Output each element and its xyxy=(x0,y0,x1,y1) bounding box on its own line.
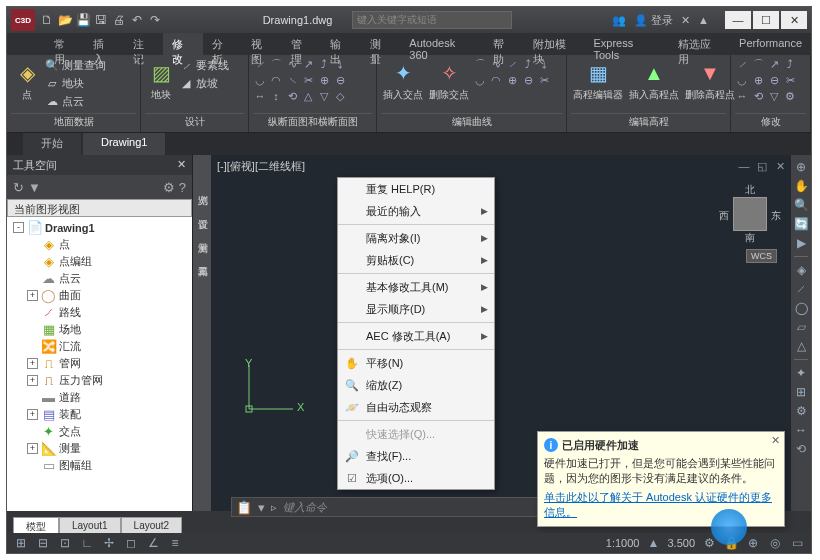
lweight-icon[interactable]: ≡ xyxy=(167,535,183,551)
minimize-button[interactable]: — xyxy=(725,11,751,29)
menu-item[interactable]: 🔎查找(F)... xyxy=(338,445,494,467)
delete-elev-button[interactable]: ▼删除高程点 xyxy=(683,57,737,104)
viewcube-top[interactable] xyxy=(733,197,767,231)
tree-row[interactable]: ✦交点 xyxy=(9,423,190,440)
tool4-icon[interactable]: ▱ xyxy=(793,319,809,335)
menu-item[interactable]: 🔍缩放(Z) xyxy=(338,374,494,396)
viewport-label[interactable]: [-][俯视][二维线框] xyxy=(217,159,305,174)
tab-output[interactable]: 输出 xyxy=(321,33,360,55)
tool9-icon[interactable]: ↔ xyxy=(793,422,809,438)
tab-annotate[interactable]: 注记 xyxy=(124,33,163,55)
showmotion-icon[interactable]: ▶ xyxy=(793,235,809,251)
save-icon[interactable]: 💾 xyxy=(75,12,91,28)
elev-editor-button[interactable]: ▦高程编辑器 xyxy=(571,57,625,104)
ortho-icon[interactable]: ∟ xyxy=(79,535,95,551)
tab-home[interactable]: 常用 xyxy=(45,33,84,55)
menu-item[interactable]: AEC 修改工具(A)▶ xyxy=(338,325,494,347)
saveas-icon[interactable]: 🖫 xyxy=(93,12,109,28)
help-icon[interactable]: ? xyxy=(179,180,186,195)
current-view-dropdown[interactable]: 当前图形视图 xyxy=(7,199,192,217)
tree-row[interactable]: ◈点编组 xyxy=(9,253,190,270)
modify-tools[interactable]: ⟋⌒↗⤴ ◡⊕⊖✂ ↔⟲▽⚙ xyxy=(735,57,799,103)
tree-row[interactable]: +▤装配 xyxy=(9,406,190,423)
tab-manage[interactable]: 管理 xyxy=(282,33,321,55)
tool1-icon[interactable]: ◈ xyxy=(793,262,809,278)
grid-icon[interactable]: ⊟ xyxy=(35,535,51,551)
isolate-icon[interactable]: ◎ xyxy=(767,535,783,551)
profile-tools[interactable]: ⟋⌒∿↗⤴⤵ ◡◠⟍✂⊕⊖ ↔↕⟲△▽◇ xyxy=(253,57,349,103)
wcs-label[interactable]: WCS xyxy=(746,249,777,263)
open-icon[interactable]: 📂 xyxy=(57,12,73,28)
tab-featured[interactable]: 精选应用 xyxy=(669,33,730,55)
plot-icon[interactable]: 🖨 xyxy=(111,12,127,28)
redo-icon[interactable]: ↷ xyxy=(147,12,163,28)
featureline-button[interactable]: ⟋要素线 xyxy=(179,57,229,74)
tree-row[interactable]: +⎍压力管网 xyxy=(9,372,190,389)
settings-icon[interactable]: ⚙ xyxy=(163,180,175,195)
tab-analyze[interactable]: 分析 xyxy=(203,33,242,55)
osnap-icon[interactable]: ◻ xyxy=(123,535,139,551)
tool6-icon[interactable]: ✦ xyxy=(793,365,809,381)
expand-icon[interactable]: - xyxy=(13,222,24,233)
status-value[interactable]: 3.500 xyxy=(667,537,695,549)
tab-drawing1[interactable]: Drawing1 xyxy=(83,133,165,155)
tab-view[interactable]: 视图 xyxy=(242,33,281,55)
cmd-recent-icon[interactable]: ▾ xyxy=(258,500,265,515)
tree-row[interactable]: ◈点 xyxy=(9,236,190,253)
expand-icon[interactable]: + xyxy=(27,409,38,420)
zoom-icon[interactable]: 🔍 xyxy=(793,197,809,213)
tool3-icon[interactable]: ◯ xyxy=(793,300,809,316)
menu-item[interactable]: 基本修改工具(M)▶ xyxy=(338,276,494,298)
menu-item[interactable]: 🪐自由动态观察 xyxy=(338,396,494,418)
expand-icon[interactable]: + xyxy=(27,375,38,386)
expand-icon[interactable]: + xyxy=(27,443,38,454)
vp-minimize-icon[interactable]: — xyxy=(737,159,751,173)
menu-item[interactable]: 剪贴板(C)▶ xyxy=(338,249,494,271)
search-input[interactable]: 键入关键字或短语 xyxy=(352,11,512,29)
tree-row[interactable]: ▭图幅组 xyxy=(9,457,190,474)
cmd-history-icon[interactable]: 📋 xyxy=(236,500,252,515)
maximize-button[interactable]: ☐ xyxy=(753,11,779,29)
pan-icon[interactable]: ✋ xyxy=(793,178,809,194)
signin-button[interactable]: 👤 登录 xyxy=(634,13,673,28)
polar-icon[interactable]: ✢ xyxy=(101,535,117,551)
expand-icon[interactable]: + xyxy=(27,290,38,301)
orbit-icon[interactable]: 🔄 xyxy=(793,216,809,232)
menu-item[interactable]: 显示顺序(D)▶ xyxy=(338,298,494,320)
tool5-icon[interactable]: △ xyxy=(793,338,809,354)
undo-icon[interactable]: ↶ xyxy=(129,12,145,28)
pointcloud-button[interactable]: ☁点云 xyxy=(45,93,106,110)
autodesk-icon[interactable]: ▲ xyxy=(698,14,709,26)
viewcube[interactable]: 北 南 东 西 xyxy=(719,183,781,245)
otrack-icon[interactable]: ∠ xyxy=(145,535,161,551)
tool7-icon[interactable]: ⊞ xyxy=(793,384,809,400)
anno-scale[interactable]: 1:1000 xyxy=(606,537,640,549)
tree-row[interactable]: ⟋路线 xyxy=(9,304,190,321)
menu-item[interactable]: 最近的输入▶ xyxy=(338,200,494,222)
tab-addins[interactable]: 附加模块 xyxy=(524,33,585,55)
tab-help[interactable]: 帮助 xyxy=(484,33,523,55)
tree-row[interactable]: +⎍管网 xyxy=(9,355,190,372)
tree-row[interactable]: -📄Drawing1 xyxy=(9,219,190,236)
survey-query-button[interactable]: 🔍测量查询 xyxy=(45,57,106,74)
insert-pi-button[interactable]: ✦插入交点 xyxy=(381,57,425,104)
filter-icon[interactable]: ▼ xyxy=(28,180,41,195)
menu-item[interactable]: 重复 HELP(R) xyxy=(338,178,494,200)
tool2-icon[interactable]: ⟋ xyxy=(793,281,809,297)
command-line[interactable]: 📋 ▾ ▹ 键入命令 xyxy=(231,497,561,517)
parcel-big-button[interactable]: ▨地块 xyxy=(145,57,177,104)
expand-icon[interactable]: + xyxy=(27,358,38,369)
snap-icon[interactable]: ⊡ xyxy=(57,535,73,551)
curve-tools[interactable]: ⌒∿⟋⤴⤵ ◡◠⊕⊖✂ xyxy=(473,57,553,87)
balloon-close-icon[interactable]: ✕ xyxy=(771,434,780,447)
tab-a360[interactable]: Autodesk 360 xyxy=(400,33,484,55)
tab-express[interactable]: Express Tools xyxy=(584,33,669,55)
tab-performance[interactable]: Performance xyxy=(730,33,811,55)
close-button[interactable]: ✕ xyxy=(781,11,807,29)
menu-item[interactable]: ☑选项(O)... xyxy=(338,467,494,489)
close-icon[interactable]: ✕ xyxy=(177,158,186,172)
model-icon[interactable]: ⊞ xyxy=(13,535,29,551)
tab-modify[interactable]: 修改 xyxy=(163,33,202,55)
tree-row[interactable]: ▦场地 xyxy=(9,321,190,338)
exchange-icon[interactable]: ✕ xyxy=(681,14,690,27)
